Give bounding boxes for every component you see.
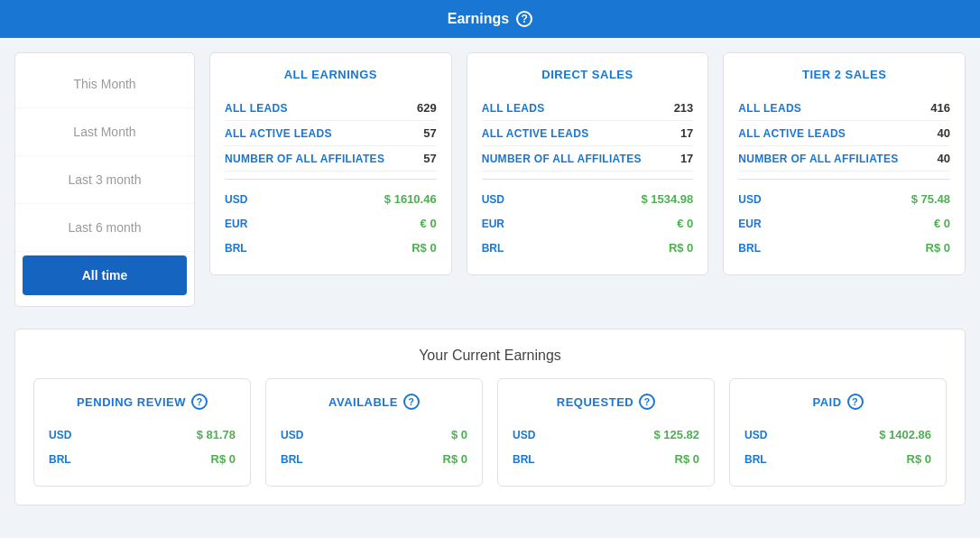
pending-usd-label: USD [49,429,71,441]
direct-sales-brl-value: R$ 0 [669,241,693,255]
requested-usd-value: $ 125.82 [653,428,699,441]
tier2-sales-title: TIER 2 SALES [738,68,950,81]
direct-sales-active-leads-value: 17 [680,126,693,140]
sidebar-item-last-month[interactable]: Last Month [15,108,194,156]
sidebar-item-last-6-month[interactable]: Last 6 month [15,204,194,252]
all-earnings-usd-value: $ 1610.46 [384,192,437,206]
available-brl-value: R$ 0 [443,452,467,466]
direct-sales-affiliates-row: NUMBER OF ALL AFFILIATES 17 [482,146,694,172]
all-earnings-title: ALL EARNINGS [225,68,437,81]
page-header: Earnings ? [0,0,980,38]
direct-sales-affiliates-value: 17 [680,152,693,165]
available-help-icon[interactable]: ? [403,394,420,410]
tier2-sales-brl-label: BRL [738,242,761,255]
direct-sales-usd-row: USD $ 1534.98 [482,187,694,211]
requested-title: REQUESTED [557,395,633,409]
all-earnings-affiliates-row: NUMBER OF ALL AFFILIATES 57 [225,146,437,172]
direct-sales-usd-label: USD [482,193,504,206]
all-earnings-usd-label: USD [225,193,247,206]
requested-help-icon[interactable]: ? [639,394,655,410]
direct-sales-usd-value: $ 1534.98 [642,192,694,206]
direct-sales-brl-row: BRL R$ 0 [482,236,694,260]
direct-sales-leads-value: 213 [674,101,694,115]
all-earnings-brl-value: R$ 0 [411,241,436,255]
direct-sales-card: DIRECT SALES ALL LEADS 213 ALL ACTIVE LE… [467,52,709,275]
sidebar-item-all-time[interactable]: All time [23,255,187,295]
direct-sales-affiliates-label: NUMBER OF ALL AFFILIATES [482,153,642,165]
paid-usd-label: USD [744,429,767,441]
all-earnings-eur-row: EUR € 0 [225,211,437,236]
pending-review-header: PENDING REVIEW ? [49,394,236,410]
sidebar-item-last-3-month[interactable]: Last 3 month [15,156,194,204]
direct-sales-brl-label: BRL [482,242,504,255]
all-earnings-usd-row: USD $ 1610.46 [225,187,437,211]
paid-brl-row: BRL R$ 0 [744,447,931,471]
all-earnings-active-leads-label: ALL ACTIVE LEADS [225,127,332,140]
tier2-sales-affiliates-value: 40 [938,152,950,165]
direct-sales-title: DIRECT SALES [482,68,694,81]
direct-sales-eur-row: EUR € 0 [482,211,694,236]
header-help-icon[interactable]: ? [516,11,532,27]
top-section: This Month Last Month Last 3 month Last … [14,52,966,307]
tier2-sales-brl-value: R$ 0 [926,241,950,255]
paid-help-icon[interactable]: ? [847,394,864,410]
all-earnings-eur-value: € 0 [421,217,437,230]
all-earnings-leads-value: 629 [417,101,437,115]
sidebar-item-this-month[interactable]: This Month [15,60,194,108]
tier2-sales-leads-row: ALL LEADS 416 [738,96,950,121]
direct-sales-leads-label: ALL LEADS [482,102,545,115]
available-brl-row: BRL R$ 0 [281,447,467,471]
pending-brl-label: BRL [49,453,71,466]
available-usd-value: $ 0 [451,428,467,441]
requested-brl-row: BRL R$ 0 [513,447,699,471]
tier2-sales-brl-row: BRL R$ 0 [738,236,950,260]
tier2-sales-affiliates-label: NUMBER OF ALL AFFILIATES [738,153,898,165]
current-earnings-section: Your Current Earnings PENDING REVIEW ? U… [14,329,966,506]
pending-brl-value: R$ 0 [211,452,236,466]
tier2-sales-eur-row: EUR € 0 [738,211,950,236]
tier2-sales-usd-row: USD $ 75.48 [738,187,950,211]
time-period-sidebar: This Month Last Month Last 3 month Last … [14,52,195,307]
tier2-sales-usd-value: $ 75.48 [911,192,950,206]
paid-usd-row: USD $ 1402.86 [744,422,931,447]
pending-review-help-icon[interactable]: ? [191,394,208,410]
direct-sales-active-leads-row: ALL ACTIVE LEADS 17 [482,121,694,146]
direct-sales-leads-row: ALL LEADS 213 [482,96,694,121]
direct-sales-eur-value: € 0 [677,217,693,230]
main-content: This Month Last Month Last 3 month Last … [0,38,980,520]
page-title: Earnings [448,11,509,27]
tier2-sales-eur-value: € 0 [934,217,950,230]
all-earnings-card: ALL EARNINGS ALL LEADS 629 ALL ACTIVE LE… [209,52,452,275]
requested-header: REQUESTED ? [513,394,699,410]
available-usd-label: USD [281,429,303,441]
requested-brl-label: BRL [513,453,535,466]
tier2-sales-active-leads-row: ALL ACTIVE LEADS 40 [738,121,950,146]
available-card: AVAILABLE ? USD $ 0 BRL R$ 0 [265,378,483,487]
direct-sales-active-leads-label: ALL ACTIVE LEADS [482,127,589,140]
available-title: AVAILABLE [328,395,398,409]
requested-usd-row: USD $ 125.82 [513,422,699,447]
tier2-sales-affiliates-row: NUMBER OF ALL AFFILIATES 40 [738,146,950,172]
all-earnings-affiliates-label: NUMBER OF ALL AFFILIATES [225,153,384,165]
all-earnings-eur-label: EUR [225,218,247,230]
tier2-sales-leads-value: 416 [930,101,950,115]
paid-brl-label: BRL [744,453,767,466]
all-earnings-active-leads-row: ALL ACTIVE LEADS 57 [225,121,437,146]
available-usd-row: USD $ 0 [281,422,467,447]
pending-review-card: PENDING REVIEW ? USD $ 81.78 BRL R$ 0 [33,378,251,487]
paid-brl-value: R$ 0 [907,452,931,466]
current-earnings-title: Your Current Earnings [33,348,947,364]
requested-brl-value: R$ 0 [675,452,699,466]
all-earnings-leads-label: ALL LEADS [225,102,288,115]
tier2-sales-card: TIER 2 SALES ALL LEADS 416 ALL ACTIVE LE… [723,52,966,275]
pending-usd-row: USD $ 81.78 [49,422,236,447]
tier2-sales-leads-label: ALL LEADS [738,102,801,115]
all-earnings-brl-row: BRL R$ 0 [225,236,437,260]
tier2-sales-active-leads-label: ALL ACTIVE LEADS [738,127,846,140]
paid-card: PAID ? USD $ 1402.86 BRL R$ 0 [729,378,947,487]
tier2-sales-active-leads-value: 40 [938,126,950,140]
requested-usd-label: USD [513,429,535,441]
tier2-sales-usd-label: USD [738,193,761,206]
direct-sales-eur-label: EUR [482,218,504,230]
available-header: AVAILABLE ? [281,394,467,410]
